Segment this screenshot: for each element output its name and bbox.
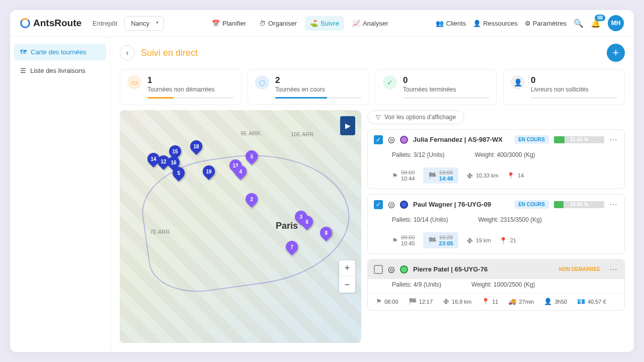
nav-ressources[interactable]: 👤Ressources — [473, 20, 518, 27]
map-pin[interactable]: 3 — [292, 208, 309, 225]
route-card: ✓ ◎ Julia Fernandez | AS-987-WX EN COURS… — [367, 129, 625, 189]
chevron-right-icon: ▶ — [345, 122, 351, 130]
map-district-label: 9E ARR. — [240, 130, 262, 136]
nav-clients[interactable]: 👥Clients — [436, 20, 466, 27]
map-pin[interactable]: 16 — [165, 154, 182, 171]
map-pin[interactable]: 8 — [317, 224, 335, 241]
people-icon: 👥 — [436, 20, 444, 27]
map-pin[interactable]: 2 — [243, 191, 260, 208]
app-window: AntsRoute Entrepôt Nancy 📅Planifier ⏱Org… — [10, 10, 634, 352]
flag-icon: ⚑ — [392, 237, 398, 244]
depot-select[interactable]: Nancy — [124, 16, 164, 31]
stat-label: Tournées en cours — [275, 86, 362, 93]
route-checkbox[interactable]: ✓ — [374, 135, 383, 144]
map-pin[interactable]: 7 — [283, 238, 300, 255]
stops: 📍21 — [499, 237, 516, 244]
worktime: 👤3h50 — [544, 298, 567, 305]
book-icon: ▭ — [127, 75, 141, 89]
search-button[interactable]: 🔍 — [574, 19, 584, 28]
route-checkbox[interactable]: ✓ — [374, 200, 383, 209]
target-icon[interactable]: ◎ — [388, 135, 395, 144]
money-icon: 💶 — [577, 298, 585, 305]
route-menu-button[interactable]: ⋯ — [609, 135, 618, 144]
start: ⚑08:00 — [376, 298, 398, 305]
sidebar-carte-tournees[interactable]: 🗺Carte des tournées — [14, 44, 106, 60]
route-menu-button[interactable]: ⋯ — [609, 200, 618, 209]
pallets-info: Pallets: 10/14 (Units) — [392, 216, 448, 223]
flag-icon: ⚑ — [392, 172, 398, 179]
route-meta: Pallets: 10/14 (Units) Weight: 2315/3500… — [368, 214, 624, 228]
main-nav: 📅Planifier ⏱Organiser ⛳Suivre 📈Analyser — [207, 16, 393, 31]
add-button[interactable]: + — [607, 44, 625, 62]
stat-non-sollicites[interactable]: 👤 0 Livreurs non sollicités — [503, 69, 625, 105]
progress-bar: 19.05 % — [554, 201, 604, 208]
nav-suivre[interactable]: ⛳Suivre — [305, 16, 344, 31]
back-button[interactable]: ‹ — [120, 45, 135, 60]
driver-name[interactable]: Pierre Patel | 65-UYG-76 — [413, 265, 550, 273]
map-collapse-button[interactable]: ▶ — [340, 116, 355, 135]
map-pin[interactable]: 19 — [200, 163, 217, 180]
content-row: 9E ARR. 10E ARR. 7E ARR. Paris 18 15 14 … — [111, 110, 634, 352]
nav-planifier[interactable]: 📅Planifier — [207, 16, 251, 31]
stat-terminees[interactable]: ✓ 0 Tournées terminées — [375, 69, 497, 105]
route-timing: ⚑ 08:0010:44 🏁 13:0614:48 ⛖10,33 km 📍14 — [368, 163, 624, 189]
road-icon: ⛖ — [466, 172, 473, 179]
driver-name[interactable]: Julia Fernandez | AS-987-WX — [413, 136, 509, 143]
search-icon: 🔍 — [574, 19, 584, 28]
map-pin[interactable]: 9 — [243, 148, 260, 165]
right-nav: 👥Clients 👤Ressources ⚙Paramètres 🔍 🔔 98 … — [436, 15, 624, 31]
sidebar-liste-livraisons[interactable]: ☰Liste des livraisons — [14, 62, 106, 79]
nav-organiser[interactable]: ⏱Organiser — [254, 16, 302, 31]
routes-panel: ▽ Voir les options d'affichage ✓ ◎ Julia… — [367, 110, 625, 343]
route-header: ✓ ◎ Julia Fernandez | AS-987-WX EN COURS… — [368, 130, 624, 149]
pin-icon: 📍 — [499, 237, 507, 244]
distance: ⛖19 km — [466, 237, 491, 244]
body: 🗺Carte des tournées ☰Liste des livraison… — [10, 37, 634, 352]
status-badge: EN COURS — [514, 135, 549, 144]
stat-non-demarrees[interactable]: ▭ 1 Tournées non démarrées — [120, 69, 242, 105]
weight-info: Weight: 1000/2500 (Kg) — [471, 281, 535, 288]
stat-label: Tournées terminées — [403, 86, 490, 93]
map-pin[interactable]: 4 — [232, 163, 249, 180]
weight-info: Weight: 2315/3500 (Kg) — [478, 216, 542, 223]
distance: ⛖10,33 km — [466, 172, 499, 179]
map-pin[interactable]: 13 — [227, 157, 244, 174]
route-card: ✓ ◎ Paul Wagner | 76-UYG-09 EN COURS 19.… — [367, 194, 625, 254]
map-city-label: Paris — [276, 221, 298, 231]
end: 🏁12:17 — [409, 298, 433, 305]
finish-icon: 🏁 — [428, 237, 436, 244]
finish-icon: 🏁 — [428, 172, 436, 179]
notifications-button[interactable]: 🔔 98 — [591, 19, 601, 28]
target-icon[interactable]: ◎ — [388, 264, 395, 274]
chart-icon: 📈 — [352, 20, 360, 27]
route-header: ◎ Pierre Patel | 65-UYG-76 NON DEMARREE … — [368, 259, 624, 279]
depot-value: Nancy — [131, 20, 149, 27]
brand-logo[interactable]: AntsRoute — [20, 18, 82, 29]
route-timing: ⚑ 08:0010:45 🏁 16:2023:05 ⛖19 km 📍21 — [368, 228, 624, 253]
user-avatar[interactable]: MH — [608, 15, 624, 31]
nav-analyser[interactable]: 📈Analyser — [347, 16, 393, 31]
calendar-icon: 📅 — [212, 20, 220, 27]
map-pin[interactable]: 6 — [298, 213, 315, 230]
map-pin[interactable]: 18 — [188, 138, 205, 155]
status-badge: EN COURS — [514, 200, 549, 209]
spinner-icon: ◌ — [255, 75, 269, 89]
target-icon[interactable]: ◎ — [388, 200, 395, 209]
plus-icon: + — [613, 46, 619, 59]
route-menu-button[interactable]: ⋯ — [609, 264, 618, 274]
user-icon: 👤 — [511, 75, 525, 89]
cost: 💶40,57 € — [577, 298, 606, 305]
display-options-button[interactable]: ▽ Voir les options d'affichage — [367, 110, 464, 124]
stat-value: 0 — [403, 75, 490, 85]
nav-parametres[interactable]: ⚙Paramètres — [525, 20, 567, 27]
zoom-out-button[interactable]: − — [339, 277, 355, 293]
zoom-in-button[interactable]: + — [339, 260, 355, 277]
route-meta: Pallets: 3/12 (Units) Weight: 400/3000 (… — [368, 149, 624, 163]
sidebar: 🗺Carte des tournées ☰Liste des livraison… — [10, 37, 111, 352]
stat-en-cours[interactable]: ◌ 2 Tournées en cours — [248, 69, 369, 105]
driver-name[interactable]: Paul Wagner | 76-UYG-09 — [413, 201, 509, 208]
route-checkbox[interactable] — [374, 265, 383, 274]
map-panel[interactable]: 9E ARR. 10E ARR. 7E ARR. Paris 18 15 14 … — [120, 110, 361, 343]
gear-icon: ⚙ — [525, 20, 531, 27]
person-icon: 👤 — [544, 298, 552, 305]
